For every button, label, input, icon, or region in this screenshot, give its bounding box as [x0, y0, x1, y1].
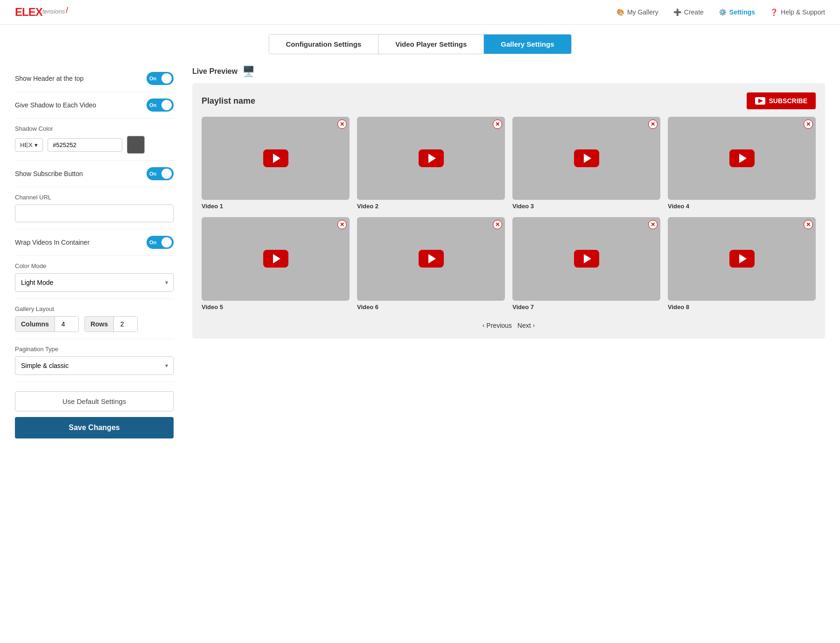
show-header-toggle[interactable]: On [147, 72, 174, 85]
preview-top-bar: Playlist name SUBSCRIBE [202, 92, 816, 109]
video-card-7: ✕ Video 7 [512, 217, 660, 310]
next-page-button[interactable]: Next › [518, 322, 535, 329]
show-subscribe-on-label: On [149, 171, 156, 177]
show-subscribe-label: Show Subscribe Button [15, 170, 83, 177]
video-remove-btn-4[interactable]: ✕ [804, 120, 813, 129]
hex-chevron-icon: ▾ [35, 141, 38, 148]
video-thumb-1[interactable]: ✕ [202, 117, 350, 200]
video-title-2: Video 2 [357, 203, 505, 210]
wrap-videos-row: Wrap Videos In Container On [15, 229, 174, 256]
nav-items: 🎨 My Gallery ➕ Create ⚙️ Settings ❓ Help… [616, 8, 825, 16]
columns-label: Columns [15, 317, 55, 332]
pagination-type-label: Pagination Type [15, 346, 174, 353]
give-shadow-toggle[interactable]: On [147, 99, 174, 112]
nav-my-gallery[interactable]: 🎨 My Gallery [616, 8, 658, 16]
shadow-color-section-label: Shadow Color [15, 125, 174, 132]
subscribe-button[interactable]: SUBSCRIBE [747, 92, 816, 109]
video-card-4: ✕ Video 4 [668, 117, 816, 210]
video-thumb-2[interactable]: ✕ [357, 117, 505, 200]
prev-page-button[interactable]: ‹ Previous [483, 322, 512, 329]
yt-play-btn-4 [729, 149, 755, 167]
yt-play-btn-3 [574, 149, 599, 167]
video-thumb-5[interactable]: ✕ [202, 217, 350, 300]
video-thumb-7[interactable]: ✕ [512, 217, 660, 300]
gallery-layout-label: Gallery Layout [15, 305, 174, 312]
rows-input[interactable] [114, 317, 137, 332]
nav-settings[interactable]: ⚙️ Settings [719, 8, 755, 16]
navbar: ELEX tensions / 🎨 My Gallery ➕ Create ⚙️… [0, 0, 840, 25]
preview-header: Live Preview 🖥️ [192, 65, 825, 78]
video-thumb-8[interactable]: ✕ [668, 217, 816, 300]
wrap-videos-slider: On [147, 236, 174, 249]
wrap-videos-toggle[interactable]: On [147, 236, 174, 249]
create-icon: ➕ [673, 8, 681, 16]
playlist-name: Playlist name [202, 96, 255, 106]
prev-label: Previous [486, 322, 511, 329]
video-title-6: Video 6 [357, 304, 505, 311]
video-remove-btn-3[interactable]: ✕ [648, 120, 658, 129]
video-thumb-3[interactable]: ✕ [512, 117, 660, 200]
nav-settings-label: Settings [729, 8, 755, 16]
hex-label: HEX [20, 141, 33, 148]
show-subscribe-toggle[interactable]: On [147, 167, 174, 180]
logo-slash: / [66, 6, 68, 15]
shadow-color-input[interactable] [48, 138, 122, 152]
buttons-section: Use Default Settings Save Changes [15, 382, 174, 448]
subscribe-label: SUBSCRIBE [769, 97, 807, 105]
nav-help-label: Help & Support [781, 8, 825, 16]
show-header-row: Show Header at the top On [15, 65, 174, 92]
nav-help[interactable]: ❓ Help & Support [770, 8, 825, 16]
shadow-color-swatch[interactable] [127, 136, 145, 154]
nav-my-gallery-label: My Gallery [627, 8, 658, 16]
nav-create[interactable]: ➕ Create [673, 8, 704, 16]
gallery-icon: 🎨 [616, 8, 624, 16]
pagination-type-dropdown-wrapper: Simple & classic Load More Infinite Scro… [15, 356, 174, 375]
give-shadow-slider: On [147, 99, 174, 112]
video-thumb-inner-8 [668, 217, 816, 300]
video-title-3: Video 3 [512, 203, 660, 210]
video-thumb-6[interactable]: ✕ [357, 217, 505, 300]
color-mode-dropdown-wrapper: Light Mode Dark Mode ▾ [15, 273, 174, 292]
pagination-type-section: Pagination Type Simple & classic Load Mo… [15, 339, 174, 382]
yt-play-btn-5 [263, 250, 288, 268]
save-changes-button[interactable]: Save Changes [15, 417, 174, 438]
hex-format-select[interactable]: HEX ▾ [15, 138, 43, 152]
yt-play-btn-7 [574, 250, 599, 268]
logo-ext: tensions [42, 8, 65, 15]
tab-configuration[interactable]: Configuration Settings [269, 35, 379, 54]
channel-url-label: Channel URL [15, 194, 174, 201]
video-remove-btn-1[interactable]: ✕ [337, 120, 347, 129]
next-label: Next [518, 322, 531, 329]
channel-url-input[interactable] [15, 205, 174, 222]
color-mode-label: Color Mode [15, 262, 174, 269]
yt-play-btn-8 [729, 250, 755, 268]
columns-input[interactable] [55, 317, 78, 332]
video-title-8: Video 8 [668, 304, 816, 311]
main-content: Show Header at the top On Give Shadow to… [0, 54, 840, 474]
tab-gallery[interactable]: Gallery Settings [484, 35, 571, 54]
show-header-label: Show Header at the top [15, 75, 84, 82]
color-mode-select[interactable]: Light Mode Dark Mode [15, 273, 174, 292]
preview-title: Live Preview [192, 67, 238, 76]
use-default-button[interactable]: Use Default Settings [15, 391, 174, 411]
video-thumb-inner-1 [202, 117, 350, 200]
nav-create-label: Create [684, 8, 704, 16]
color-mode-section: Color Mode Light Mode Dark Mode ▾ [15, 256, 174, 299]
video-thumb-inner-7 [512, 217, 660, 300]
wrap-videos-label: Wrap Videos In Container [15, 239, 90, 246]
video-thumb-4[interactable]: ✕ [668, 117, 816, 200]
give-shadow-row: Give Shadow to Each Video On [15, 92, 174, 119]
video-thumb-inner-6 [357, 217, 505, 300]
preview-container: Playlist name SUBSCRIBE ✕ Video 1 [192, 83, 825, 339]
video-card-1: ✕ Video 1 [202, 117, 350, 210]
video-card-5: ✕ Video 5 [202, 217, 350, 310]
yt-play-btn-1 [263, 149, 288, 167]
settings-panel: Show Header at the top On Give Shadow to… [15, 65, 174, 448]
show-subscribe-slider: On [147, 167, 174, 180]
monitor-icon: 🖥️ [242, 65, 255, 78]
video-remove-btn-2[interactable]: ✕ [493, 120, 502, 129]
pagination-type-select[interactable]: Simple & classic Load More Infinite Scro… [15, 356, 174, 375]
columns-field: Columns [15, 316, 79, 332]
pagination-row: ‹ Previous Next › [202, 318, 816, 329]
tab-video-player[interactable]: Video Player Settings [378, 35, 484, 54]
